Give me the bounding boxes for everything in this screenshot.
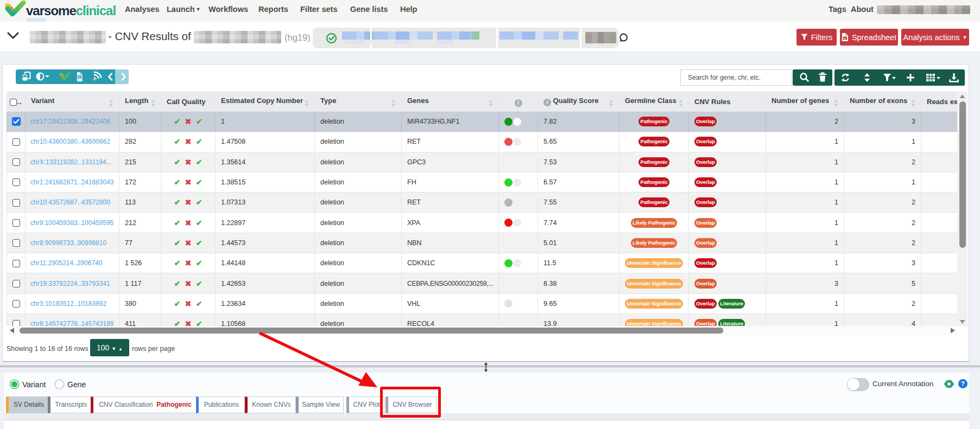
svg-text:?: ? — [961, 380, 965, 388]
svg-text:x: x — [79, 75, 81, 79]
